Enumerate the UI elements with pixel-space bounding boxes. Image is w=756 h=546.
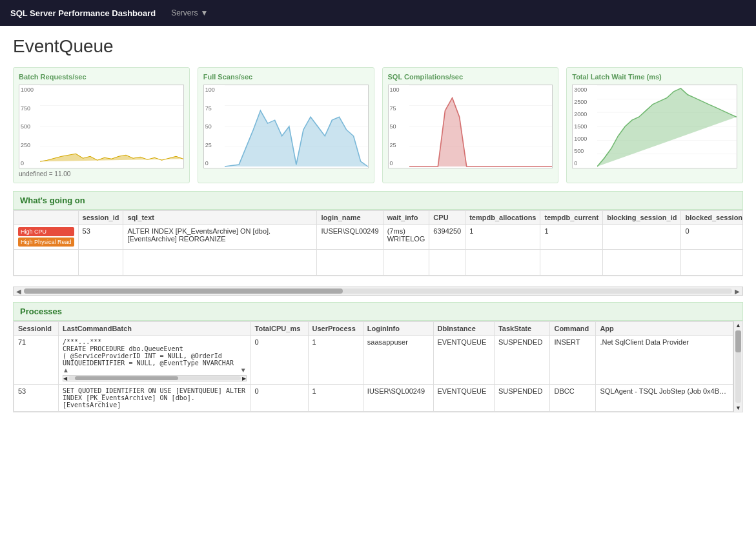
proc-row2-db: EVENTQUEUE [433,385,494,412]
inner-scroll-thumb [75,376,178,380]
proc-row1-cmd: /***...*** CREATE PROCEDURE dbo.QueueEve… [59,336,251,385]
processes-header-row: SessionId LastCommandBatch TotalCPU_ms U… [14,322,733,336]
row-blocked: 0 [681,225,743,250]
vscroll-track [735,330,741,403]
scroll-up-arrow[interactable]: ▲ [734,321,742,329]
chart-y-labels-4: 3000 2500 2000 1500 1000 500 0 [573,85,597,168]
main-content: EventQueue Batch Requests/sec 1000 750 5… [0,26,756,546]
proc-col-login[interactable]: LoginInfo [363,322,433,336]
vertical-scrollbar[interactable]: ▲ ▼ [733,321,742,412]
servers-dropdown[interactable]: Servers ▼ [171,8,208,17]
proc-col-session[interactable]: SessionId [14,322,59,336]
proc-col-app[interactable]: App [596,322,733,336]
navbar: SQL Server Performance Dashboard Servers… [0,0,756,26]
row-login-name: IUSER\SQL00249 [317,225,383,250]
col-header-sql-text[interactable]: sql_text [123,211,317,225]
proc-row1-session: 71 [14,336,59,385]
chart-svg-4 [597,85,737,168]
chart-svg [40,85,183,168]
scroll-thumb [24,288,343,294]
high-physical-badge: High Physical Read [18,238,74,247]
col-header-session-id[interactable]: session_id [78,211,123,225]
inner-scroll-left[interactable]: ◀ [63,376,67,381]
horizontal-scrollbar[interactable]: ◀ ▶ [13,287,743,296]
proc-row1-login: saasappuser [363,336,433,385]
chart-batch-area: 1000 750 500 250 0 [19,85,184,168]
scroll-down-arrow[interactable]: ▼ [734,404,742,412]
proc-row2-session: 53 [14,385,59,412]
chart-fullscans-title: Full Scans/sec [203,73,369,81]
whats-going-on-table: session_id sql_text login_name wait_info… [14,210,743,276]
proc-row1-userproc: 1 [308,336,363,385]
proc-row2-command: DBCC [550,385,596,412]
up-arrow[interactable]: ▲ [63,367,69,374]
scroll-left-arrow[interactable]: ◀ [14,288,24,295]
app-title: SQL Server Performance Dashboard [10,8,156,18]
col-header-wait-info[interactable]: wait_info [383,211,429,225]
row-wait-info: (7ms) WRITELOG [383,225,429,250]
scroll-right-arrow[interactable]: ▶ [732,288,742,295]
processes-section: Processes ▲ ▼ SessionId LastCommandBatch… [13,302,743,412]
chart-batch-requests: Batch Requests/sec 1000 750 500 250 0 [13,67,190,183]
proc-col-command[interactable]: Command [550,322,596,336]
chart-batch-title: Batch Requests/sec [19,73,184,81]
col-header-tempdb-current[interactable]: tempdb_current [540,211,603,225]
table-empty-row [14,250,744,276]
high-cpu-badge: High CPU [18,227,74,236]
processes-header: Processes [13,302,743,321]
col-header-blocked[interactable]: blocked_session_c [681,211,743,225]
col-header-blocking[interactable]: blocking_session_id [603,211,681,225]
chart-fullscans-area: 100 75 50 25 0 [203,85,369,168]
whats-going-on-table-wrapper[interactable]: session_id sql_text login_name wait_info… [13,210,743,276]
proc-row2-login: IUSER\SQL00249 [363,385,433,412]
proc-col-last-cmd[interactable]: LastCommandBatch [59,322,251,336]
chart-sqlcomp-area: 100 75 50 25 0 [388,85,553,168]
proc-col-cpu[interactable]: TotalCPU_ms [250,322,308,336]
row-tempdb-current: 1 [540,225,603,250]
row-cpu: 6394250 [429,225,465,250]
chart-y-labels-2: 100 75 50 25 0 [204,85,225,168]
table-row: High CPU High Physical Read 53 ALTER IND… [14,225,744,250]
col-header-tempdb-alloc[interactable]: tempdb_allocations [465,211,540,225]
chart-latch-title: Total Latch Wait Time (ms) [572,73,737,81]
scroll-track [24,288,732,294]
proc-cmd-text: /***...*** CREATE PROCEDURE dbo.QueueEve… [63,338,247,367]
row-sql-text: ALTER INDEX [PK_EventsArchive] ON [dbo].… [123,225,317,250]
row-session-id: 53 [78,225,123,250]
proc-row2-cmd-text: SET QUOTED_IDENTIFIER ON USE [EVENTQUEUE… [63,387,247,409]
processes-table: SessionId LastCommandBatch TotalCPU_ms U… [14,321,733,412]
processes-table-wrapper[interactable]: ▲ ▼ SessionId LastCommandBatch TotalCPU_… [13,321,743,412]
proc-col-taskstate[interactable]: TaskState [494,322,550,336]
proc-row2-app: SQLAgent - TSQL JobStep (Job 0x4BD071C2D… [596,385,733,412]
row-tempdb-alloc: 1 [465,225,540,250]
inner-scroll-bar[interactable]: ◀ ▶ [63,375,247,381]
proc-row1-db: EVENTQUEUE [433,336,494,385]
proc-row1-command: INSERT [550,336,596,385]
proc-row2-taskstate: SUSPENDED [494,385,550,412]
down-arrow[interactable]: ▼ [240,367,247,374]
inner-scroll-track [68,376,241,380]
proc-row2-userproc: 1 [308,385,363,412]
col-header-cpu[interactable]: CPU [429,211,465,225]
chart-latch-wait: Total Latch Wait Time (ms) 3000 2500 200… [566,67,743,183]
processes-table-scroll-area: SessionId LastCommandBatch TotalCPU_ms U… [14,321,733,412]
whats-going-on-header: What's going on [13,191,743,210]
table-header-row: session_id sql_text login_name wait_info… [14,211,744,225]
inner-scroll-right[interactable]: ▶ [242,376,246,381]
chart-batch-caption: undefined = 11.00 [19,170,184,177]
chart-full-scans: Full Scans/sec 100 75 50 25 0 [198,67,374,183]
proc-row2-cmd: SET QUOTED_IDENTIFIER ON USE [EVENTQUEUE… [59,385,251,412]
proc-col-userproc[interactable]: UserProcess [308,322,363,336]
chart-y-labels: 1000 750 500 250 0 [19,85,40,168]
chart-sqlcomp-title: SQL Compilations/sec [388,73,553,81]
chart-y-labels-3: 100 75 50 25 0 [389,85,409,168]
col-header-badge [14,211,79,225]
chart-sql-compilations: SQL Compilations/sec 100 75 50 25 0 [382,67,559,183]
servers-label: Servers [171,8,198,17]
chart-latch-area: 3000 2500 2000 1500 1000 500 0 [572,85,737,168]
col-header-login-name[interactable]: login_name [317,211,383,225]
proc-row1-cpu: 0 [250,336,308,385]
processes-row-1: 71 /***...*** CREATE PROCEDURE dbo.Queue… [14,336,733,385]
proc-col-dbinstance[interactable]: DbInstance [433,322,494,336]
processes-row-2: 53 SET QUOTED_IDENTIFIER ON USE [EVENTQU… [14,385,733,412]
